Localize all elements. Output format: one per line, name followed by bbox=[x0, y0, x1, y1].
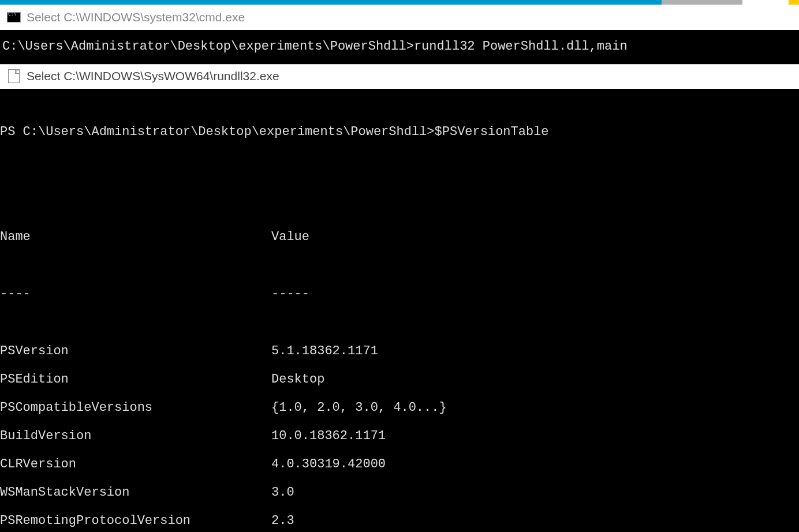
row-value: 3.0 bbox=[271, 485, 799, 500]
ps-terminal-content[interactable]: PS C:\Users\Administrator\Desktop\experi… bbox=[0, 89, 799, 532]
row-value: 5.1.18362.1171 bbox=[271, 344, 799, 358]
window-top-border bbox=[0, 0, 799, 5]
row-value: Desktop bbox=[271, 372, 799, 387]
table-separator-row: ---- ----- bbox=[0, 280, 799, 308]
row-value: 10.0.18362.1171 bbox=[271, 429, 799, 443]
cmd-command: rundll32 PowerShdll.dll,main bbox=[414, 39, 628, 54]
row-value: {1.0, 2.0, 3.0, 4.0...} bbox=[271, 400, 799, 415]
row-name: BuildVersion bbox=[0, 429, 271, 443]
table-row: CLRVersion4.0.30319.42000 bbox=[0, 450, 799, 478]
cmd-window-titlebar[interactable]: Select C:\WINDOWS\system32\cmd.exe bbox=[0, 5, 799, 30]
cmd-terminal-content[interactable]: C:\Users\Administrator\Desktop\experimen… bbox=[0, 30, 799, 64]
header-value: Value bbox=[271, 230, 799, 244]
separator-value: ----- bbox=[271, 287, 799, 301]
table-row: PSEditionDesktop bbox=[0, 365, 799, 394]
table-header-row: Name Value bbox=[0, 223, 799, 251]
table-row: PSVersion5.1.18362.1171 bbox=[0, 337, 799, 365]
border-segment bbox=[789, 0, 799, 5]
ps-prompt: PS C:\Users\Administrator\Desktop\experi… bbox=[0, 125, 435, 139]
cmd-icon bbox=[7, 12, 21, 23]
row-name: PSCompatibleVersions bbox=[0, 400, 271, 415]
row-value: 2.3 bbox=[271, 514, 799, 528]
rundll-window-title: Select C:\WINDOWS\SysWOW64\rundll32.exe bbox=[27, 69, 279, 83]
row-name: CLRVersion bbox=[0, 457, 271, 471]
header-name: Name bbox=[0, 230, 271, 244]
ps-command: $PSVersionTable bbox=[435, 125, 549, 139]
row-name: WSManStackVersion bbox=[0, 485, 271, 500]
table-row: PSCompatibleVersions{1.0, 2.0, 3.0, 4.0.… bbox=[0, 394, 799, 422]
table-row: PSRemotingProtocolVersion2.3 bbox=[0, 507, 799, 532]
row-name: PSEdition bbox=[0, 372, 271, 387]
border-segment bbox=[742, 0, 789, 5]
row-name: PSRemotingProtocolVersion bbox=[0, 514, 271, 528]
cmd-window-title: Select C:\WINDOWS\system32\cmd.exe bbox=[27, 10, 245, 24]
table-row: BuildVersion10.0.18362.1171 bbox=[0, 422, 799, 450]
cmd-prompt: C:\Users\Administrator\Desktop\experimen… bbox=[2, 39, 414, 54]
file-icon bbox=[8, 69, 20, 83]
separator-name: ---- bbox=[0, 287, 271, 301]
rundll-window-titlebar[interactable]: Select C:\WINDOWS\SysWOW64\rundll32.exe bbox=[0, 64, 799, 89]
psversiontable-output: Name Value ---- ----- PSVersion5.1.18362… bbox=[0, 194, 799, 532]
row-value: 4.0.30319.42000 bbox=[271, 457, 799, 471]
border-segment bbox=[662, 0, 742, 5]
row-name: PSVersion bbox=[0, 344, 271, 358]
table-row: WSManStackVersion3.0 bbox=[0, 478, 799, 507]
